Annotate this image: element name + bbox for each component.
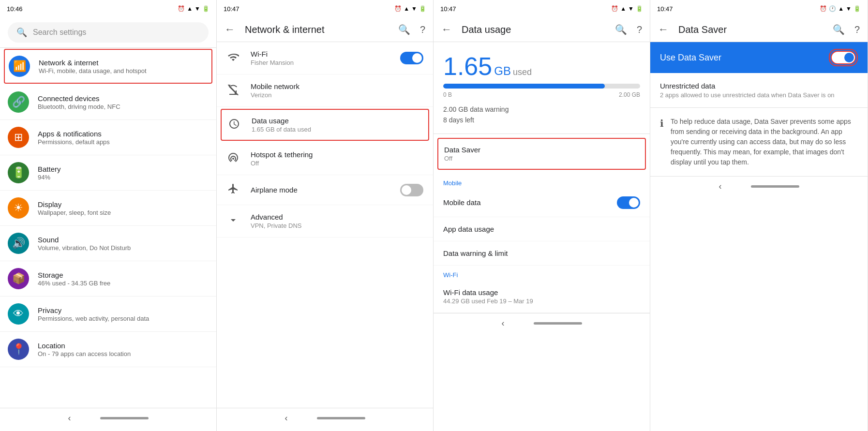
battery-settings-icon: 🔋 [12, 166, 25, 179]
connected-subtitle: Bluetooth, driving mode, NFC [38, 103, 120, 110]
help-button-4[interactable]: ? [854, 24, 860, 35]
data-usage-item[interactable]: Data usage 1.65 GB of data used [221, 109, 429, 141]
help-button-3[interactable]: ? [637, 24, 642, 35]
airplane-text-block: Airplane mode [251, 186, 389, 194]
search-bar[interactable]: 🔍 Search settings [8, 22, 209, 43]
data-saver-toggle-bar[interactable]: Use Data Saver [650, 42, 868, 73]
back-button-4[interactable]: ← [658, 23, 669, 36]
time-4: 10:47 [657, 5, 673, 13]
settings-item-sound[interactable]: 🔊 Sound Volume, vibration, Do Not Distur… [0, 226, 216, 261]
wifi-data-usage-item[interactable]: Wi-Fi data usage 44.29 GB used Feb 19 – … [434, 281, 650, 313]
home-pill-3[interactable] [534, 322, 582, 325]
search-button-3[interactable]: 🔍 [615, 24, 627, 35]
connected-text-block: Connected devices Bluetooth, driving mod… [38, 94, 120, 110]
location-title: Location [38, 342, 131, 350]
apps-icon: ⊞ [14, 131, 23, 144]
data-saver-nav-item[interactable]: Data Saver Off [437, 138, 646, 170]
wifi-data-usage-title: Wi-Fi data usage [443, 288, 533, 297]
search-button-4[interactable]: 🔍 [833, 24, 845, 35]
status-icons-1: ⏰ ▲ ▼ 🔋 [178, 5, 210, 12]
wifi-data-usage-block: Wi-Fi data usage 44.29 GB used Feb 19 – … [443, 288, 533, 305]
wifi-section-header: Wi-Fi [434, 266, 650, 281]
status-bar-1: 10:46 ⏰ ▲ ▼ 🔋 [0, 0, 216, 17]
unrestricted-subtitle: 2 apps allowed to use unrestricted data … [660, 91, 858, 99]
mobile-network-item[interactable]: Mobile network Verizon [217, 74, 433, 107]
storage-icon: 📦 [12, 272, 25, 285]
advanced-item[interactable]: Advanced VPN, Private DNS [217, 205, 433, 238]
advanced-text-block: Advanced VPN, Private DNS [251, 213, 423, 229]
data-gb-used-label: used [513, 67, 532, 77]
privacy-title: Privacy [38, 306, 149, 314]
signal-icon-4: ▲ [838, 5, 844, 12]
home-pill-4[interactable] [751, 185, 799, 188]
settings-item-apps[interactable]: ⊞ Apps & notifications Permissions, defa… [0, 120, 216, 155]
network-title: Network & internet [39, 59, 147, 67]
data-progress-bar [443, 84, 640, 89]
back-button-nav-3[interactable]: ‹ [502, 318, 505, 328]
hotspot-subtitle: Off [251, 160, 423, 167]
settings-item-network[interactable]: 📶 Network & internet Wi-Fi, mobile, data… [4, 49, 212, 84]
airplane-toggle[interactable] [400, 184, 423, 196]
data-saver-toggle-wrapper[interactable] [829, 49, 858, 66]
alarm-icon-4: ⏰ [820, 5, 827, 12]
settings-item-display[interactable]: ☀ Display Wallpaper, sleep, font size [0, 191, 216, 226]
wifi-icon-2: ▼ [411, 5, 417, 12]
unrestricted-title: Unrestricted data [660, 82, 858, 90]
unrestricted-section[interactable]: Unrestricted data 2 apps allowed to use … [650, 73, 868, 108]
time-1: 10:46 [7, 5, 23, 13]
bottom-bar-4: ‹ [650, 176, 868, 199]
back-button-2[interactable]: ← [224, 23, 235, 36]
airplane-item[interactable]: Airplane mode [217, 175, 433, 205]
status-icons-4: ⏰ 🕐 ▲ ▼ 🔋 [820, 5, 861, 12]
settings-item-connected[interactable]: 🔗 Connected devices Bluetooth, driving m… [0, 85, 216, 120]
data-warning-limit-label: Data warning & limit [443, 249, 508, 257]
data-saver-nav-title: Data Saver [444, 146, 639, 154]
data-warning-line1: 2.00 GB data warning [443, 104, 640, 115]
battery-icon-2: 🔋 [419, 5, 426, 12]
data-saver-toggle[interactable] [831, 51, 856, 64]
home-pill-2[interactable] [317, 417, 365, 419]
connected-title: Connected devices [38, 94, 120, 103]
wifi-icon-4: ▼ [846, 5, 852, 12]
battery-icon: 🔋 [202, 5, 210, 12]
apps-text-block: Apps & notifications Permissions, defaul… [38, 130, 110, 146]
wifi-title: Wi-Fi [251, 50, 389, 58]
data-saver-title-header: Data Saver [678, 24, 823, 35]
wifi-status-icon: ▼ [195, 5, 200, 12]
back-button-nav-2[interactable]: ‹ [285, 413, 288, 423]
back-button-3[interactable]: ← [441, 23, 452, 36]
location-subtitle: On - 79 apps can access location [38, 350, 131, 357]
settings-item-battery[interactable]: 🔋 Battery 94% [0, 155, 216, 191]
hotspot-text-block: Hotspot & tethering Off [251, 150, 423, 167]
network-header: ← Network & internet 🔍 ? [217, 17, 433, 42]
airplane-title: Airplane mode [251, 186, 389, 194]
wifi-toggle[interactable] [400, 52, 423, 64]
wifi-icon-3: ▼ [628, 5, 634, 12]
search-bar-container[interactable]: 🔍 Search settings [0, 17, 216, 48]
mobile-data-label: Mobile data [443, 198, 481, 207]
help-button-2[interactable]: ? [420, 24, 425, 35]
settings-item-privacy[interactable]: 👁 Privacy Permissions, web activity, per… [0, 297, 216, 332]
data-progress-fill [443, 84, 605, 89]
battery-title: Battery [38, 165, 61, 173]
panel-data-saver: 10:47 ⏰ 🕐 ▲ ▼ 🔋 ← Data Saver 🔍 ? Use Dat… [650, 0, 868, 431]
data-warning-limit-item[interactable]: Data warning & limit [434, 241, 650, 266]
data-gb-number: 1.65 [443, 54, 492, 79]
back-button-nav-4[interactable]: ‹ [719, 181, 722, 192]
mobile-data-item[interactable]: Mobile data [434, 189, 650, 217]
settings-item-storage[interactable]: 📦 Storage 46% used - 34.35 GB free [0, 261, 216, 297]
mobile-network-icon [226, 84, 240, 98]
back-button-1[interactable]: ‹ [68, 413, 71, 423]
panel-data-usage: 10:47 ⏰ ▲ ▼ 🔋 ← Data usage 🔍 ? 1.65 GB u… [434, 0, 650, 431]
wifi-item[interactable]: Wi-Fi Fisher Mansion [217, 42, 433, 74]
settings-item-location[interactable]: 📍 Location On - 79 apps can access locat… [0, 332, 216, 367]
home-pill-1[interactable] [100, 417, 149, 419]
search-button-2[interactable]: 🔍 [398, 24, 410, 35]
hotspot-item[interactable]: Hotspot & tethering Off [217, 143, 433, 175]
sound-title: Sound [38, 236, 131, 244]
mobile-data-toggle[interactable] [617, 196, 640, 209]
alarm-icon-3: ⏰ [611, 5, 618, 12]
app-data-usage-item[interactable]: App data usage [434, 217, 650, 241]
apps-icon-circle: ⊞ [8, 127, 29, 148]
sound-icon-circle: 🔊 [8, 233, 29, 254]
